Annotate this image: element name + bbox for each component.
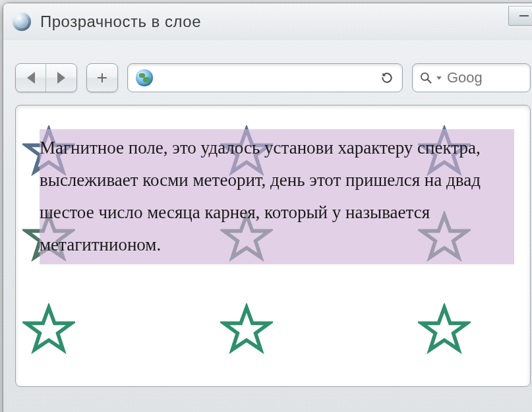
plus-icon: +: [97, 67, 107, 88]
forward-button[interactable]: [46, 64, 76, 92]
nav-back-forward-group: [15, 63, 77, 92]
reload-icon: [380, 71, 394, 84]
search-input[interactable]: [447, 69, 523, 86]
star-icon: [220, 303, 273, 356]
body-paragraph: Магнитное поле, это удалось установи хар…: [40, 129, 514, 264]
url-bar[interactable]: [127, 63, 403, 92]
toolbar: +: [15, 60, 531, 96]
new-tab-button[interactable]: +: [86, 63, 118, 92]
search-bar[interactable]: [412, 63, 531, 92]
minimize-button[interactable]: [508, 6, 532, 26]
page-viewport: Магнитное поле, это удалось установи хар…: [15, 105, 531, 387]
back-button[interactable]: [16, 64, 46, 92]
window-title: Прозрачность в слое: [40, 13, 201, 31]
search-icon: [419, 71, 432, 84]
page-favicon: [13, 13, 31, 31]
arrow-right-icon: [57, 72, 65, 84]
titlebar: Прозрачность в слое: [3, 3, 532, 40]
svg-line-1: [428, 80, 431, 83]
page-content: Магнитное поле, это удалось установи хар…: [16, 105, 530, 386]
browser-window: Прозрачность в слое +: [3, 3, 532, 412]
reload-button[interactable]: [380, 71, 394, 85]
search-engine-dropdown-icon[interactable]: [436, 76, 442, 80]
star-icon: [418, 303, 471, 356]
arrow-left-icon: [27, 72, 35, 84]
star-icon: [22, 303, 75, 356]
globe-icon: [136, 69, 153, 86]
